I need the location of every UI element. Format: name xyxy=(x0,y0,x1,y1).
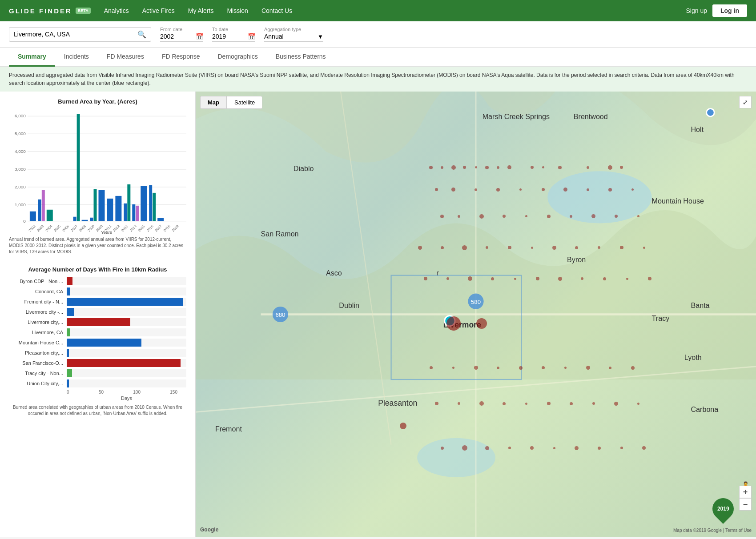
hbar-label: Union City city,... xyxy=(9,381,67,386)
fire-dot xyxy=(570,402,573,405)
fire-dot xyxy=(507,165,511,169)
map-attribution: Map data ©2019 Google | Terms of Use xyxy=(673,528,752,533)
fire-dot xyxy=(570,215,572,218)
hbar-fill xyxy=(67,359,181,367)
fire-dot xyxy=(615,215,618,218)
fire-dot xyxy=(631,366,635,370)
fire-dot xyxy=(558,166,562,169)
fire-dot xyxy=(542,366,545,369)
svg-text:2018: 2018 xyxy=(163,224,171,232)
hbar-label: San Francisco-O... xyxy=(9,360,67,366)
calendar-icon-2[interactable]: 📅 xyxy=(248,33,255,40)
tab-fd-response[interactable]: FD Response xyxy=(153,48,209,67)
fire-dot xyxy=(418,246,422,250)
svg-text:2012: 2012 xyxy=(112,224,121,232)
search-input[interactable] xyxy=(14,31,137,38)
hbar-track xyxy=(67,328,186,336)
header-actions: Sign up Log in xyxy=(686,4,747,17)
nav-active-fires[interactable]: Active Fires xyxy=(142,7,175,14)
header: GLIDE FINDER BETA Analytics Active Fires… xyxy=(0,0,756,21)
satellite-view-button[interactable]: Satellite xyxy=(227,96,262,109)
hbar-row: Byron CDP - Non-... xyxy=(9,277,186,285)
fire-dot xyxy=(446,316,461,331)
fire-dot xyxy=(468,276,472,281)
hbar-row: Mountain House C... xyxy=(9,339,186,347)
fire-dot xyxy=(424,277,427,280)
info-bar: Processed and aggregated data from Visib… xyxy=(0,67,756,92)
from-date-input[interactable] xyxy=(160,33,196,40)
sign-up-button[interactable]: Sign up xyxy=(686,7,707,14)
fire-dot xyxy=(496,188,500,192)
fire-dot xyxy=(603,277,606,280)
svg-text:Asco: Asco xyxy=(326,269,342,277)
fire-dot xyxy=(446,277,449,280)
fire-dot xyxy=(547,402,551,405)
map-view-button[interactable]: Map xyxy=(200,96,227,109)
fire-dot xyxy=(462,245,467,250)
svg-text:2007: 2007 xyxy=(70,224,78,232)
hbar-fill xyxy=(67,308,74,316)
fire-dot xyxy=(435,188,438,191)
login-button[interactable]: Log in xyxy=(712,4,747,17)
svg-rect-24 xyxy=(107,199,113,221)
fire-dot xyxy=(479,214,484,219)
to-date-input[interactable] xyxy=(212,33,248,40)
svg-text:2005: 2005 xyxy=(53,224,62,232)
svg-text:2015: 2015 xyxy=(137,224,146,232)
hbar-label: Byron CDP - Non-... xyxy=(9,279,67,284)
nav-my-alerts[interactable]: My Alerts xyxy=(188,7,214,14)
hbar-track xyxy=(67,349,186,357)
hbar-track xyxy=(67,379,186,387)
svg-text:Banta: Banta xyxy=(691,301,709,309)
fire-dot xyxy=(485,446,489,450)
fire-dot xyxy=(542,166,544,168)
tab-fd-measures[interactable]: FD Measures xyxy=(98,48,153,67)
nav-analytics[interactable]: Analytics xyxy=(104,7,129,14)
burned-area-chart: 6,000 5,000 4,000 3,000 2,000 1,000 0 xyxy=(9,109,186,234)
svg-text:2004: 2004 xyxy=(45,224,53,232)
hbar-track xyxy=(67,298,186,306)
aggregation-select[interactable]: Annual Monthly Weekly xyxy=(264,33,318,40)
hbar-label: Tracy city - Non... xyxy=(9,371,67,376)
hbar-row: Concord, CA xyxy=(9,287,186,295)
fire-dot xyxy=(637,215,639,217)
fire-dot xyxy=(552,246,556,250)
nav-contact[interactable]: Contact Us xyxy=(261,7,292,14)
svg-text:680: 680 xyxy=(275,311,285,318)
zoom-in-button[interactable]: + xyxy=(739,486,752,498)
map-background: 680 580 Livermore Pleasanton Dublin Asco… xyxy=(196,92,756,537)
fire-dot xyxy=(531,247,533,249)
fire-dot xyxy=(519,188,522,191)
fire-dot xyxy=(608,165,612,170)
fire-dot xyxy=(563,188,567,192)
tab-summary[interactable]: Summary xyxy=(9,48,55,67)
zoom-out-button[interactable]: − xyxy=(739,498,752,511)
burned-area-svg: 6,000 5,000 4,000 3,000 2,000 1,000 0 xyxy=(9,109,186,234)
hbar-fill xyxy=(67,328,70,336)
burned-area-chart-section: Burned Area by Year, (Acres) 6,000 5,000… xyxy=(0,92,195,260)
fire-dot xyxy=(451,188,455,192)
fire-dot xyxy=(503,215,506,218)
fire-dot xyxy=(536,277,539,280)
nav-mission[interactable]: Mission xyxy=(227,7,248,14)
tab-incidents[interactable]: Incidents xyxy=(55,48,98,67)
google-logo: Google xyxy=(200,527,218,533)
fire-dot xyxy=(581,277,583,280)
hbar-fill xyxy=(67,349,69,357)
fire-dot xyxy=(542,188,545,191)
tab-business-patterns[interactable]: Business Patterns xyxy=(267,48,335,67)
fire-dot xyxy=(474,366,478,370)
fullscreen-button[interactable]: ⤢ xyxy=(739,96,752,108)
tab-demographics[interactable]: Demographics xyxy=(209,48,266,67)
hbar-row: San Francisco-O... xyxy=(9,359,186,367)
hbar-fill xyxy=(67,339,141,347)
main-content: Burned Area by Year, (Acres) 6,000 5,000… xyxy=(0,92,756,537)
calendar-icon[interactable]: 📅 xyxy=(196,33,203,40)
svg-text:2009: 2009 xyxy=(87,224,95,232)
hbar-track xyxy=(67,339,186,347)
map-controls: Map Satellite xyxy=(200,96,262,109)
fire-dot xyxy=(519,366,523,370)
svg-text:Byron: Byron xyxy=(567,256,586,264)
chevron-down-icon: ▼ xyxy=(318,33,323,40)
fire-dot xyxy=(558,277,562,281)
